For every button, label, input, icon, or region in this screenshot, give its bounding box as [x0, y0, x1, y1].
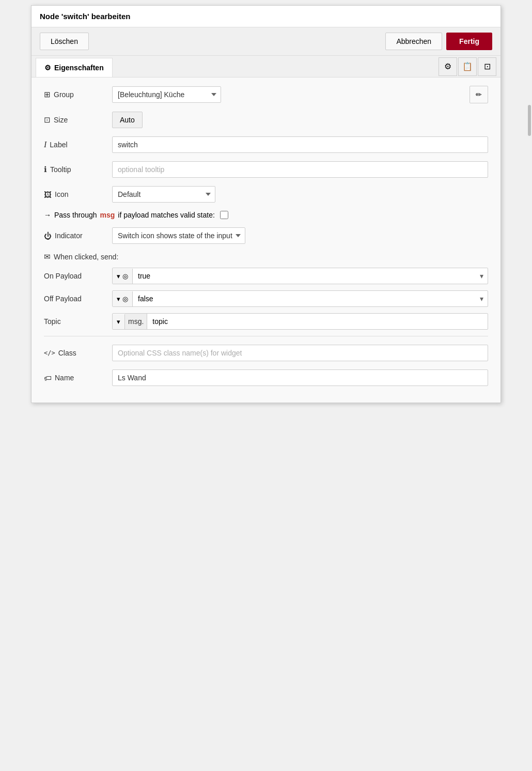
pass-through-text1: Pass through [54, 211, 97, 219]
envelope-icon: ✉ [44, 252, 51, 261]
label-row: I Label [44, 136, 488, 153]
tab-doc-icon-btn[interactable]: 📋 [458, 57, 477, 76]
size-row: ⊡ Size Auto [44, 112, 488, 128]
off-payload-chevron[interactable]: ▾ [476, 291, 488, 306]
topic-type-btn[interactable]: ▾ [113, 314, 125, 329]
indicator-select[interactable]: Switch icon shows state of the inputAlwa… [112, 227, 245, 244]
done-button[interactable]: Fertig [446, 33, 492, 50]
code-icon: </> [44, 349, 55, 357]
icon-row: 🖼 Icon DefaultNoneCustom [44, 186, 488, 203]
pencil-icon: ✏ [476, 90, 482, 99]
topic-row: Topic ▾ msg. [44, 313, 488, 330]
settings-icon: ⚙ [444, 61, 451, 71]
tag-icon: 🏷 [44, 374, 52, 382]
toolbar: Löschen Abbrechen Fertig [32, 27, 500, 56]
off-payload-type-dropdown-icon: ▾ [117, 295, 120, 303]
name-label: 🏷 Name [44, 374, 106, 382]
topic-input-group: ▾ msg. [112, 313, 488, 330]
pass-through-row: → Pass through msg if payload matches va… [44, 211, 488, 219]
group-label: ⊞ Group [44, 90, 106, 99]
cancel-button[interactable]: Abbrechen [385, 33, 442, 50]
size-label: ⊡ Size [44, 115, 106, 125]
tab-properties[interactable]: ⚙ Eigenschaften [36, 58, 113, 77]
tab-layout-icon-btn[interactable]: ⊡ [478, 57, 496, 76]
icon-label: 🖼 Icon [44, 190, 106, 199]
dialog-title: Node 'switch' bearbeiten [32, 6, 500, 27]
label-input[interactable] [112, 136, 488, 153]
name-row: 🏷 Name [44, 369, 488, 386]
group-edit-button[interactable]: ✏ [470, 86, 488, 103]
tabs-bar: ⚙ Eigenschaften ⚙ 📋 ⊡ [32, 56, 500, 78]
on-payload-input-group: ▾ ◎ ▾ [112, 268, 488, 284]
class-input[interactable] [112, 345, 488, 361]
label-text-icon: I [44, 140, 46, 149]
off-payload-input[interactable] [133, 291, 476, 306]
form-body: ⊞ Group [Beleuchtung] Küche[Beleuchtung]… [32, 78, 500, 403]
topic-label: Topic [44, 317, 106, 326]
off-payload-label: Off Payload [44, 295, 106, 303]
class-row: </> Class [44, 345, 488, 361]
size-auto-button[interactable]: Auto [112, 112, 143, 128]
toggle-icon: ⏻ [44, 232, 52, 240]
gear-icon: ⚙ [44, 64, 51, 72]
tooltip-label: ℹ Tooltip [44, 165, 106, 174]
on-payload-row: On Payload ▾ ◎ ▾ [44, 268, 488, 284]
off-payload-dot-icon: ◎ [122, 295, 128, 303]
icon-select[interactable]: DefaultNoneCustom [112, 186, 215, 203]
doc-icon: 📋 [462, 61, 473, 71]
label-label: I Label [44, 140, 106, 149]
layout-icon: ⊡ [484, 61, 491, 71]
group-icon: ⊞ [44, 90, 51, 99]
on-payload-type-btn[interactable]: ▾ ◎ [113, 269, 133, 284]
group-select[interactable]: [Beleuchtung] Küche[Beleuchtung] Wohnzim… [112, 86, 221, 103]
pass-through-checkbox[interactable] [220, 211, 228, 219]
on-payload-type-dropdown-icon: ▾ [117, 272, 120, 280]
on-payload-input[interactable] [133, 268, 476, 284]
topic-input[interactable] [147, 314, 488, 329]
scrollbar-track[interactable] [528, 5, 531, 403]
msg-highlight: msg [100, 211, 115, 219]
indicator-row: ⏻ Indicator Switch icon shows state of t… [44, 227, 488, 244]
divider [44, 336, 488, 336]
delete-button[interactable]: Löschen [40, 33, 89, 50]
image-icon: 🖼 [44, 190, 52, 199]
tab-properties-label: Eigenschaften [54, 64, 104, 72]
on-payload-dot-icon: ◎ [122, 272, 128, 280]
tooltip-row: ℹ Tooltip [44, 161, 488, 178]
class-label: </> Class [44, 349, 106, 357]
off-payload-type-btn[interactable]: ▾ ◎ [113, 291, 133, 306]
on-payload-chevron[interactable]: ▾ [476, 268, 488, 284]
tooltip-input[interactable] [112, 161, 488, 178]
topic-prefix: msg. [125, 314, 147, 329]
on-payload-label: On Payload [44, 272, 106, 280]
indicator-label: ⏻ Indicator [44, 232, 106, 240]
info-icon: ℹ [44, 165, 47, 174]
group-row: ⊞ Group [Beleuchtung] Küche[Beleuchtung]… [44, 86, 488, 103]
off-payload-input-group: ▾ ◎ ▾ [112, 290, 488, 307]
pass-through-text2: if payload matches valid state: [118, 211, 215, 219]
tab-settings-icon-btn[interactable]: ⚙ [439, 57, 457, 76]
when-clicked-section: ✉ When clicked, send: [44, 252, 488, 261]
topic-type-dropdown-icon: ▾ [117, 318, 120, 326]
off-payload-row: Off Payload ▾ ◎ ▾ [44, 290, 488, 307]
scrollbar-thumb[interactable] [528, 105, 531, 136]
arrow-icon: → [44, 211, 51, 219]
name-input[interactable] [112, 369, 488, 386]
size-icon: ⊡ [44, 115, 51, 125]
